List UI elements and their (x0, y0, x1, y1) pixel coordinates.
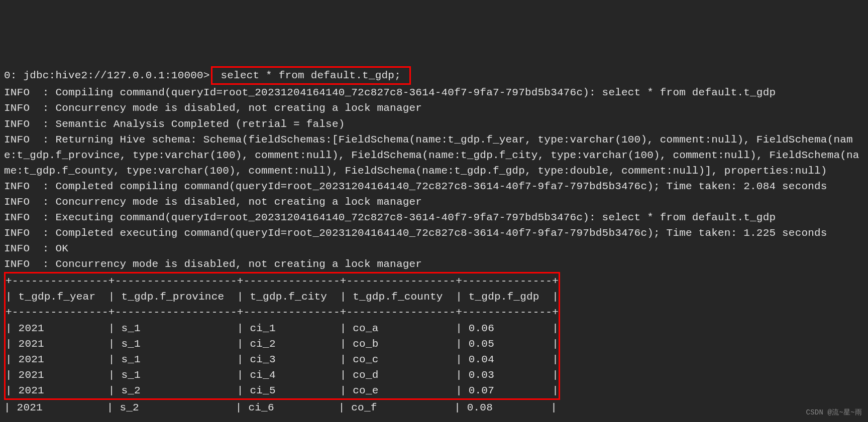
sql-command-highlight: select * from default.t_gdp; (211, 66, 411, 85)
table-row: | 2021 | s_1 | ci_2 | co_b | 0.05 | (6, 336, 559, 352)
table-trailing-row: | 2021 | s_2 | ci_6 | co_f | 0.08 | (4, 400, 864, 415)
result-table-highlight: +---------------+-------------------+---… (4, 272, 560, 400)
table-row: | 2021 | s_1 | ci_4 | co_d | 0.03 | (6, 367, 559, 383)
log-line: INFO : Concurrency mode is disabled, not… (4, 194, 864, 210)
log-line: INFO : Concurrency mode is disabled, not… (4, 100, 864, 116)
log-line: INFO : Completed executing command(query… (4, 225, 864, 241)
terminal-output: 0: jdbc:hive2://127.0.0.1:10000> select … (4, 66, 864, 415)
log-line: INFO : Executing command(queryId=root_20… (4, 210, 864, 225)
log-line: INFO : Compiling command(queryId=root_20… (4, 85, 864, 100)
log-output: INFO : Compiling command(queryId=root_20… (4, 85, 864, 272)
log-line: INFO : Semantic Analysis Completed (retr… (4, 116, 864, 132)
watermark-text: CSDN @流~星~雨 (806, 407, 862, 418)
prompt-prefix: 0: jdbc:hive2://127.0.0.1:10000> (4, 70, 210, 81)
log-line: INFO : Returning Hive schema: Schema(fie… (4, 132, 864, 179)
table-divider-top: +---------------+-------------------+---… (6, 273, 559, 289)
log-line: INFO : OK (4, 241, 864, 256)
table-data-rows: | 2021 | s_1 | ci_1 | co_a | 0.06 || 202… (6, 321, 559, 398)
table-row: | 2021 | s_1 | ci_1 | co_a | 0.06 | (6, 321, 559, 336)
log-line: INFO : Concurrency mode is disabled, not… (4, 256, 864, 272)
table-header-row: | t_gdp.f_year | t_gdp.f_province | t_gd… (6, 289, 559, 305)
table-row: | 2021 | s_1 | ci_3 | co_c | 0.04 | (6, 352, 559, 367)
log-line: INFO : Completed compiling command(query… (4, 179, 864, 194)
table-divider-mid: +---------------+-------------------+---… (6, 305, 559, 320)
table-row: | 2021 | s_2 | ci_5 | co_e | 0.07 | (6, 383, 559, 398)
